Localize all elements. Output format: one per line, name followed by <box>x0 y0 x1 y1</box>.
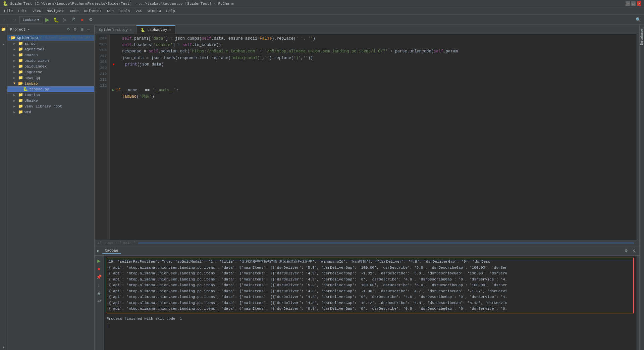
settings-button[interactable]: ⚙ <box>87 16 95 24</box>
code-editor[interactable]: 204 205 206 207 208 209 210 211 212 self… <box>95 34 639 246</box>
project-icon[interactable]: 📁 <box>1 26 7 32</box>
cursor-indicator: │ <box>107 322 634 329</box>
output-line-9: {'api': 'mtop.alimama.union.sem.landing.… <box>109 306 632 312</box>
code-line-205: self.headers['cookie'] = self.to_cookie(… <box>112 42 634 48</box>
debug-button[interactable]: 🐛 <box>52 16 60 24</box>
search-everywhere-button[interactable]: 🔍 <box>635 16 642 24</box>
tab-taobao-py[interactable]: 🐍 taobao.py ✕ <box>136 25 175 34</box>
tree-root-item[interactable]: ▼ 📂 SpiderTest C:\Users\lenovo\PycharmPr… <box>7 35 94 41</box>
run-settings-gear[interactable]: ⚙ <box>623 248 629 254</box>
menu-file[interactable]: File <box>1 8 15 14</box>
project-panel: Project ▾ ⟳ ⚙ ⊞ ─ ▼ 📂 SpiderTest C:\User… <box>7 25 95 350</box>
project-panel-title: Project ▾ <box>10 27 30 32</box>
output-line-3: {'api': 'mtop.alimama.union.sem.landing.… <box>109 271 632 276</box>
project-tree: ▼ 📂 SpiderTest C:\Users\lenovo\PycharmPr… <box>7 34 94 350</box>
output-line-1: 19, 'sellerPayPostfee': True, 'spGoldMed… <box>109 259 632 265</box>
run-config-selector[interactable]: taobao ▼ <box>19 16 42 24</box>
tab-label: SpiderTest.py <box>99 28 128 32</box>
favorites-icon[interactable]: ★ <box>1 344 7 350</box>
output-line-7: {'api': 'mtop.alimama.union.sem.landing.… <box>109 294 632 300</box>
sync-icon[interactable]: ⟳ <box>65 27 71 33</box>
tree-venv[interactable]: ▶ 📁 venv library root <box>7 103 94 109</box>
toolbar: ← → taobao ▼ ▶ 🐛 ▷ ⏱ ■ ⚙ 🔍 <box>0 15 644 25</box>
menu-window[interactable]: Window <box>145 8 164 14</box>
menu-tools[interactable]: Tools <box>116 8 133 14</box>
tree-toutiao[interactable]: ▶ 📁 toutiao <box>7 92 94 98</box>
stop-run-button[interactable]: ■ <box>95 265 103 272</box>
menu-run[interactable]: Run <box>104 8 116 14</box>
code-line-206: response = self.session.get('https://h5a… <box>112 48 634 55</box>
run-output-area: ▶ ■ 📌 ↓ 🖨 ↩ 19, 'sellerPayPostfee': True… <box>95 256 639 350</box>
stop-button[interactable]: ■ <box>78 16 86 24</box>
tab-spidertest-py[interactable]: SpiderTest.py ✕ <box>95 25 136 34</box>
code-annotation-bar: if _name_=='_main_' <box>95 240 639 246</box>
scroll-to-end-button[interactable]: ↓ <box>95 281 103 289</box>
output-line-2: {'api': 'mtop.alimama.union.sem.landing.… <box>109 265 632 271</box>
line-numbers: 204 205 206 207 208 209 210 211 212 <box>95 34 110 240</box>
tree-amazon[interactable]: ▶ 📁 amazon <box>7 52 94 58</box>
annotation-text: if _name_=='_main_' <box>97 241 136 245</box>
editor-scrollbar[interactable] <box>637 34 639 240</box>
print-button[interactable]: 🖨 <box>95 289 103 297</box>
code-line-208: ● print(json_data) <box>112 61 634 68</box>
forward-button[interactable]: → <box>11 16 18 24</box>
profile-button[interactable]: ⏱ <box>70 16 77 24</box>
tree-taobao-folder[interactable]: ▼ 📂 taobao <box>7 81 94 86</box>
tree-ac-qq[interactable]: ▶ 📁 ac_qq <box>7 41 94 46</box>
minimize-button[interactable]: ─ <box>626 1 630 6</box>
tree-news-qq[interactable]: ▶ 📁 news_qq <box>7 75 94 81</box>
gear-icon[interactable]: ⚙ <box>72 27 78 33</box>
rerun-button[interactable]: ▶ <box>95 257 103 264</box>
output-line-4: {'api': 'mtop.alimama.union.sem.landing.… <box>109 277 632 282</box>
tree-taobao-py[interactable]: 🐍 taobao.py <box>7 86 94 92</box>
soft-wrap-button[interactable]: ↩ <box>95 297 103 305</box>
menu-edit[interactable]: Edit <box>15 8 30 14</box>
run-panel-header: ▶ taobao ⚙ ✕ <box>95 246 639 256</box>
coverage-button[interactable]: ▷ <box>61 16 68 24</box>
run-tab-taobao[interactable]: taobao <box>102 248 121 254</box>
menu-help[interactable]: Help <box>164 8 178 14</box>
toolbar-right: 🔍 <box>635 16 642 24</box>
menu-navigate[interactable]: Navigate <box>44 8 67 14</box>
structure-side-icon[interactable]: ≡ <box>1 42 7 48</box>
code-line-211: TaoBao('男装') <box>112 94 634 100</box>
menu-refactor[interactable]: Refactor <box>81 8 104 14</box>
editor-area: SpiderTest.py ✕ 🐍 taobao.py ✕ 204 205 20… <box>95 25 639 350</box>
collapse-panel-icon[interactable]: ─ <box>86 27 92 33</box>
run-panel-icon: ▶ <box>97 249 100 253</box>
menu-vcs[interactable]: VCS <box>133 8 145 14</box>
expand-icon[interactable]: ⊞ <box>79 27 85 33</box>
code-line-204: self.params['data'] = json.dumps(self.da… <box>112 36 634 42</box>
tab-bar: SpiderTest.py ✕ 🐍 taobao.py ✕ <box>95 25 639 34</box>
title-bar: 🐍 SpiderTest [C:\Users\lenovo\PycharmPro… <box>0 0 644 7</box>
code-line-209 <box>112 68 634 87</box>
back-button[interactable]: ← <box>2 16 9 24</box>
tree-baidu-zixun[interactable]: ▶ 📁 baidu_zixun <box>7 58 94 63</box>
run-config-name: taobao <box>22 18 36 22</box>
outer-layout: 📁 ≡ ★ Project ▾ ⟳ ⚙ ⊞ ─ ▼ 📂 SpiderTest C… <box>0 25 644 350</box>
run-scrollbar[interactable] <box>637 256 639 350</box>
close-tab-spidertest[interactable]: ✕ <box>130 28 132 32</box>
title-bar-left: 🐍 SpiderTest [C:\Users\lenovo\PycharmPro… <box>3 1 234 6</box>
tree-logparse[interactable]: ▶ 📁 LogParse <box>7 69 94 75</box>
run-button[interactable]: ▶ <box>44 16 51 24</box>
left-icon-strip: 📁 ≡ ★ <box>0 25 7 350</box>
scroll-indicator[interactable] <box>138 243 634 244</box>
pin-tab-button[interactable]: 📌 <box>95 273 103 280</box>
database-tab[interactable]: Database <box>639 26 644 48</box>
menu-view[interactable]: View <box>30 8 44 14</box>
code-line-212 <box>112 100 634 120</box>
tree-baiduindex[interactable]: ▶ 📁 baiduindex <box>7 63 94 69</box>
code-line-207: json_data = json.loads(response.text.rep… <box>112 55 634 61</box>
maximize-button[interactable]: □ <box>631 1 636 6</box>
close-tab-taobao[interactable]: ✕ <box>169 28 171 32</box>
menu-code[interactable]: Code <box>67 8 81 14</box>
project-panel-icons: ⟳ ⚙ ⊞ ─ <box>65 27 92 33</box>
run-panel-close[interactable]: ✕ <box>631 248 637 254</box>
tree-wrd[interactable]: ▶ 📁 wrd <box>7 109 94 115</box>
tree-agentpool[interactable]: ▶ 📁 AgentPool <box>7 46 94 52</box>
tree-ubaike[interactable]: ▶ 📁 UBaiKe <box>7 98 94 103</box>
close-button[interactable]: ✕ <box>637 1 641 6</box>
run-panel-settings: ⚙ ✕ <box>623 248 637 254</box>
window-controls[interactable]: ─ □ ✕ <box>626 1 641 6</box>
